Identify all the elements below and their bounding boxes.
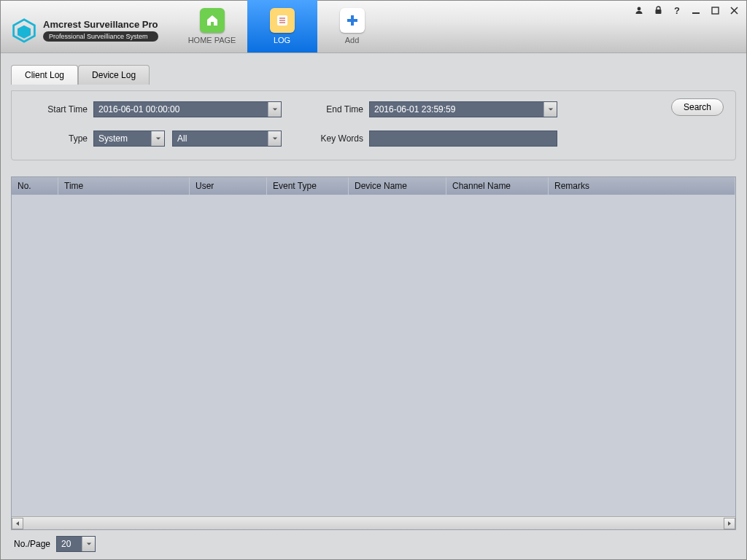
chevron-down-icon <box>268 131 281 146</box>
nav-label-home: HOME PAGE <box>188 36 236 44</box>
col-channel-name[interactable]: Channel Name <box>446 177 549 195</box>
nav-label-add: Add <box>345 36 360 44</box>
scroll-right-icon[interactable] <box>724 518 735 529</box>
brand-logo-icon <box>11 18 37 44</box>
window-controls: ? <box>634 5 739 15</box>
start-time-value: 2016-06-01 00:00:00 <box>94 104 268 114</box>
type-dropdown[interactable]: System <box>93 131 165 147</box>
horizontal-scrollbar[interactable] <box>12 516 735 529</box>
col-user[interactable]: User <box>190 177 267 195</box>
svg-point-8 <box>638 7 641 11</box>
chevron-down-icon <box>543 102 557 117</box>
svg-marker-1 <box>18 25 31 38</box>
type-sub-dropdown[interactable]: All <box>172 131 282 147</box>
log-icon <box>275 13 290 28</box>
body: Client Log Device Log Search Start Time … <box>1 53 746 559</box>
type-label: Type <box>23 133 93 144</box>
nav-tab-add[interactable]: Add <box>317 0 387 52</box>
search-button[interactable]: Search <box>671 98 724 116</box>
maximize-icon[interactable] <box>710 5 720 15</box>
col-event-type[interactable]: Event Type <box>267 177 349 195</box>
pager-label: No./Page <box>14 539 50 549</box>
end-time-label: End Time <box>282 104 369 114</box>
plus-icon <box>346 14 359 27</box>
home-icon <box>205 13 220 28</box>
table-body <box>12 195 735 516</box>
nav-tab-log[interactable]: LOG <box>247 0 317 52</box>
col-device-name[interactable]: Device Name <box>349 177 446 195</box>
subtab-device-log[interactable]: Device Log <box>78 65 150 85</box>
chevron-down-icon <box>82 537 95 551</box>
table-header: No. Time User Event Type Device Name Cha… <box>12 177 735 195</box>
svg-rect-11 <box>712 7 719 14</box>
lock-icon[interactable] <box>653 5 663 15</box>
pager: No./Page 20 <box>11 530 736 552</box>
brand-block: Amcrest Surveillance Pro Professional Su… <box>1 1 169 52</box>
col-no[interactable]: No. <box>12 177 58 195</box>
type-value: System <box>94 133 151 144</box>
pager-dropdown[interactable]: 20 <box>56 536 96 552</box>
svg-rect-10 <box>692 12 700 14</box>
keywords-input[interactable] <box>369 131 557 147</box>
subtab-client-log[interactable]: Client Log <box>11 65 78 85</box>
start-time-label: Start Time <box>23 104 93 114</box>
type-sub-value: All <box>173 133 268 144</box>
scroll-left-icon[interactable] <box>12 518 23 529</box>
brand-title: Amcrest Surveillance Pro <box>43 19 158 30</box>
col-remarks[interactable]: Remarks <box>549 177 735 195</box>
close-icon[interactable] <box>729 5 739 15</box>
end-time-dropdown[interactable]: 2016-06-01 23:59:59 <box>369 101 557 117</box>
start-time-dropdown[interactable]: 2016-06-01 00:00:00 <box>93 101 282 117</box>
subtabs: Client Log Device Log <box>11 65 736 85</box>
app-window: Amcrest Surveillance Pro Professional Su… <box>0 0 747 560</box>
scrollbar-track[interactable] <box>23 518 724 529</box>
end-time-value: 2016-06-01 23:59:59 <box>370 104 543 114</box>
keywords-label: Key Words <box>282 133 369 144</box>
log-table: No. Time User Event Type Device Name Cha… <box>11 176 736 530</box>
svg-rect-7 <box>347 19 357 22</box>
chevron-down-icon <box>151 131 164 146</box>
help-icon[interactable]: ? <box>672 5 682 15</box>
pager-value: 20 <box>57 539 82 549</box>
minimize-icon[interactable] <box>691 5 701 15</box>
brand-subtitle: Professional Surveilliance System <box>43 31 158 42</box>
col-time[interactable]: Time <box>58 177 190 195</box>
filter-panel: Search Start Time 2016-06-01 00:00:00 En… <box>11 90 736 160</box>
nav-tabs: HOME PAGE LOG <box>177 1 387 52</box>
nav-label-log: LOG <box>274 36 290 44</box>
user-icon[interactable] <box>634 5 644 15</box>
chevron-down-icon <box>268 102 281 117</box>
titlebar: Amcrest Surveillance Pro Professional Su… <box>1 1 746 53</box>
nav-tab-home[interactable]: HOME PAGE <box>177 0 247 52</box>
svg-rect-9 <box>655 9 661 14</box>
